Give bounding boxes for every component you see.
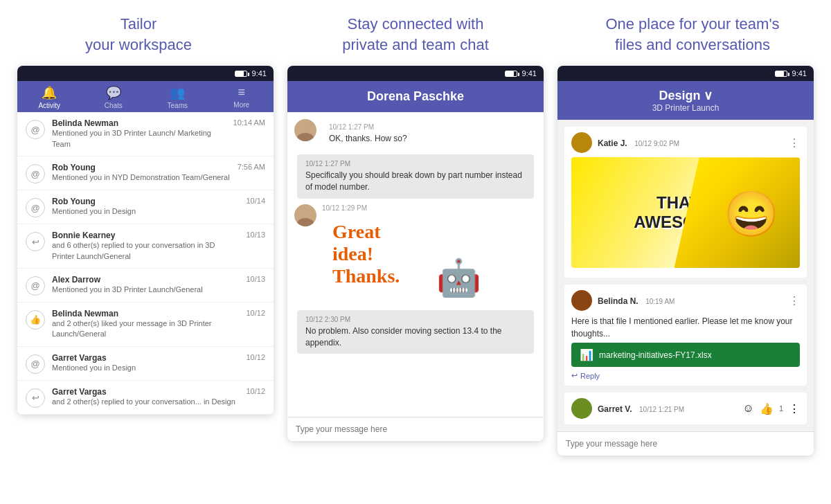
nav-more[interactable]: ≡ More xyxy=(221,85,262,109)
activity-content: Belinda Newman and 2 other(s) liked your… xyxy=(52,309,239,340)
activity-icon: 👍 xyxy=(26,310,45,330)
chat-system-bubble: 10/12 1:27 PM Specifically you should br… xyxy=(297,154,534,199)
activity-time: 7:56 AM xyxy=(238,163,265,171)
phone1-nav: 🔔 Activity 💬 Chats 👥 Teams ≡ More xyxy=(17,81,274,112)
chat-text: Specifically you should break down by pa… xyxy=(305,170,526,193)
chat-bubble: 10/12 1:27 PM OK, thanks. How so? xyxy=(322,119,414,149)
battery-icon-2 xyxy=(505,71,517,77)
activity-name: Rob Young xyxy=(52,197,239,206)
activity-name: Bonnie Kearney xyxy=(52,231,239,240)
channel-title: Design xyxy=(659,89,700,103)
reply-button[interactable]: ↩ Reply xyxy=(571,371,800,380)
activity-name: Alex Darrow xyxy=(52,275,239,285)
channel-sender-name: Garret V. xyxy=(598,404,632,414)
smiley-icon[interactable]: ☺ xyxy=(743,402,754,415)
activity-desc: and 6 other(s) replied to your conversat… xyxy=(52,240,239,262)
channel-msg-partial: Garret V. 10/12 1:21 PM ☺ 👍 1 ⋮ xyxy=(564,393,807,424)
channel-msg-header: Katie J. 10/12 9:02 PM ⋮ xyxy=(571,132,800,153)
activity-name: Garret Vargas xyxy=(52,353,239,363)
chat-msg-row: 10/12 1:27 PM OK, thanks. How so? xyxy=(294,119,537,149)
phone2: 9:41 Dorena Paschke 10/12 1:27 PM OK, th… xyxy=(287,66,544,441)
activity-item[interactable]: ↩ Bonnie Kearney and 6 other(s) replied … xyxy=(17,224,274,269)
activity-list: @ Belinda Newman Mentioned you in 3D Pri… xyxy=(17,112,274,414)
time-3: 9:41 xyxy=(792,69,807,78)
activity-item[interactable]: @ Alex Darrow Mentioned you in 3D Printe… xyxy=(17,269,274,303)
activity-icon: @ xyxy=(26,276,45,296)
activity-content: Garret Vargas and 2 other(s) replied to … xyxy=(52,387,239,407)
phone1: 9:41 🔔 Activity 💬 Chats 👥 Teams ≡ Mor xyxy=(17,66,274,414)
channel-sender-name: Katie J. xyxy=(598,138,627,148)
excel-icon: 📊 xyxy=(580,348,593,361)
partial-msg-content: Garret V. 10/12 1:21 PM xyxy=(598,402,684,415)
msg-actions: ☺ 👍 1 ⋮ xyxy=(743,402,800,415)
activity-time: 10/12 xyxy=(246,353,265,361)
activity-content: Bonnie Kearney and 6 other(s) replied to… xyxy=(52,231,239,262)
channel-avatar xyxy=(571,290,592,311)
phone3-title: Design ∨ xyxy=(566,88,805,103)
nav-chats[interactable]: 💬 Chats xyxy=(93,85,134,109)
status-bar-3: 9:41 xyxy=(557,66,814,81)
channel-msg-image: Katie J. 10/12 9:02 PM ⋮ THAT'SAWESOME!!… xyxy=(564,127,807,278)
activity-desc: Mentioned you in Design xyxy=(52,363,239,373)
activity-item[interactable]: @ Rob Young Mentioned you in NYD Demonst… xyxy=(17,156,274,190)
headings-row: Tailor your workspaceStay connected with… xyxy=(0,0,831,66)
channel-sender-info: Belinda N. 10:19 AM xyxy=(598,294,674,307)
activity-desc: Mentioned you in NYD Demonstration Team/… xyxy=(52,172,231,183)
chat-avatar xyxy=(294,119,316,141)
channel-avatar xyxy=(571,132,592,153)
message-input-2[interactable] xyxy=(296,424,535,434)
svg-point-0 xyxy=(301,123,310,132)
activity-content: Belinda Newman Mentioned you in 3D Print… xyxy=(52,118,226,150)
activity-item[interactable]: 👍 Belinda Newman and 2 other(s) liked yo… xyxy=(17,303,274,347)
reaction-count: 1 xyxy=(779,404,783,413)
nav-teams[interactable]: 👥 Teams xyxy=(157,85,198,109)
chat-messages: 10/12 1:27 PM OK, thanks. How so? 10/12 … xyxy=(287,112,544,417)
activity-desc: Mentioned you in 3D Printer Launch/ Mark… xyxy=(52,128,226,150)
nav-activity[interactable]: 🔔 Activity xyxy=(28,85,70,109)
chat-icon: 💬 xyxy=(106,85,121,100)
chat-text: No problem. Also consider moving section… xyxy=(305,325,526,349)
activity-content: Rob Young Mentioned you in Design xyxy=(52,197,239,217)
message-input-bar-2[interactable] xyxy=(287,417,544,441)
message-input-3[interactable] xyxy=(566,439,805,449)
activity-name: Rob Young xyxy=(52,163,231,172)
more-options-icon[interactable]: ⋮ xyxy=(789,136,800,150)
file-attachment[interactable]: 📊 marketing-initiatives-FY17.xlsx xyxy=(571,343,800,367)
activity-icon: @ xyxy=(26,354,45,374)
more-options-icon[interactable]: ⋮ xyxy=(789,294,800,307)
message-input-bar-3[interactable] xyxy=(557,431,814,456)
chat-timestamp: 10/12 1:29 PM xyxy=(322,204,488,212)
phone3-header: Design ∨ 3D Printer Launch xyxy=(557,81,814,120)
activity-item[interactable]: @ Rob Young Mentioned you in Design 10/1… xyxy=(17,190,274,224)
more-icon: ≡ xyxy=(238,85,245,100)
activity-desc: and 2 other(s) liked your message in 3D … xyxy=(52,318,239,340)
phones-row: 9:41 🔔 Activity 💬 Chats 👥 Teams ≡ Mor xyxy=(0,66,831,504)
activity-name: Belinda Newman xyxy=(52,118,226,128)
chat-system-bubble: 10/12 2:30 PM No problem. Also consider … xyxy=(297,310,534,354)
channel-sender-info: Katie J. 10/12 9:02 PM xyxy=(598,136,679,149)
nav-more-label: More xyxy=(233,101,249,109)
activity-icon: ↩ xyxy=(26,388,45,408)
activity-content: Garret Vargas Mentioned you in Design xyxy=(52,353,239,373)
chat-timestamp: 10/12 1:27 PM xyxy=(329,123,407,131)
phone2-header: Dorena Paschke xyxy=(287,81,544,112)
channel-msg-time: 10:19 AM xyxy=(645,298,674,305)
heading3: One place for your team's files and conv… xyxy=(554,14,831,55)
thumbsup-icon[interactable]: 👍 xyxy=(760,402,774,415)
channel-avatar xyxy=(571,398,592,419)
activity-content: Rob Young Mentioned you in NYD Demonstra… xyxy=(52,163,231,183)
heading1: Tailor your workspace xyxy=(0,14,277,55)
channel-text: Here is that file I mentioned earlier. P… xyxy=(571,315,800,340)
phone3: 9:41 Design ∨ 3D Printer Launch Katie J.… xyxy=(557,66,814,456)
teams-icon: 👥 xyxy=(170,85,185,100)
activity-item[interactable]: ↩ Garret Vargas and 2 other(s) replied t… xyxy=(17,381,274,415)
channel-subtitle: 3D Printer Launch xyxy=(566,103,805,113)
channel-msg-header: Belinda N. 10:19 AM ⋮ xyxy=(571,290,800,311)
file-name: marketing-initiatives-FY17.xlsx xyxy=(599,350,712,360)
activity-time: 10/12 xyxy=(246,387,265,395)
activity-item[interactable]: @ Belinda Newman Mentioned you in 3D Pri… xyxy=(17,112,274,156)
more-options-icon[interactable]: ⋮ xyxy=(789,402,800,415)
activity-item[interactable]: @ Garret Vargas Mentioned you in Design … xyxy=(17,347,274,381)
activity-icon: ↩ xyxy=(26,232,45,251)
battery-icon-3 xyxy=(775,71,787,77)
